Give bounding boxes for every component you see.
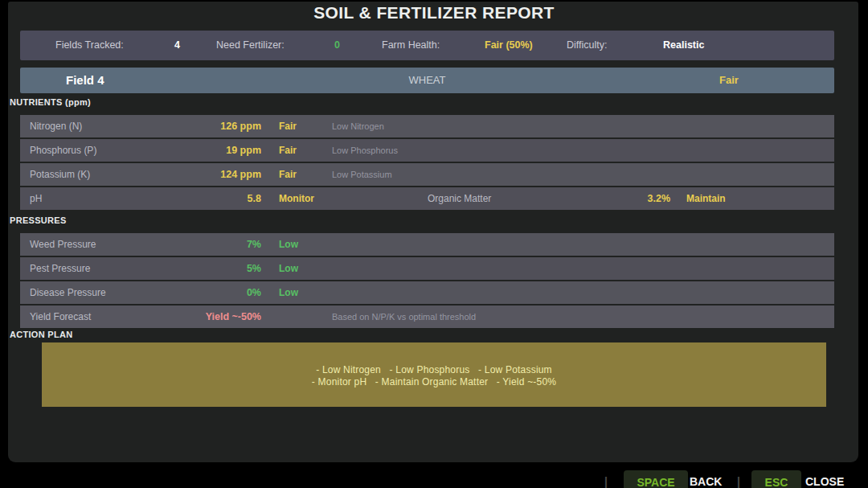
divider: | <box>604 470 608 488</box>
pressure-label: Disease Pressure <box>30 281 106 304</box>
nutrient-desc: Low Nitrogen <box>332 115 384 137</box>
nutrient-row-nitrogen: Nitrogen (N) 126 ppm Fair Low Nitrogen <box>20 115 834 137</box>
difficulty-value: Realistic <box>663 31 704 60</box>
pressure-status: Low <box>279 281 298 304</box>
action-plan-line-2: - Monitor pH - Maintain Organic Matter -… <box>42 376 826 388</box>
need-fertilizer-value: 0 <box>334 31 340 60</box>
action-plan-box: - Low Nitrogen - Low Phosphorus - Low Po… <box>42 342 826 407</box>
fields-tracked-value: 4 <box>174 31 180 60</box>
nutrient-row-ph: pH 5.8 Monitor Organic Matter 3.2% Maint… <box>20 187 834 210</box>
farm-health-label: Farm Health: <box>382 31 440 60</box>
field-crop: WHEAT <box>20 68 834 93</box>
need-fertilizer-label: Need Fertilizer: <box>216 31 285 60</box>
nutrient-label: Phosphorus (P) <box>30 139 96 162</box>
nutrient-status: Monitor <box>279 187 314 210</box>
close-action-label[interactable]: CLOSE <box>805 470 844 488</box>
pressure-label: Weed Pressure <box>30 233 96 256</box>
organic-matter-status: Maintain <box>686 187 726 210</box>
nutrient-value: 19 ppm <box>141 139 261 162</box>
pressure-status: Low <box>279 233 298 256</box>
nutrient-status: Fair <box>279 139 297 162</box>
nutrient-value: 5.8 <box>141 187 261 210</box>
pressure-status: Low <box>279 257 298 280</box>
yield-forecast-row: Yield Forecast Yield ~-50% Based on N/P/… <box>20 306 834 328</box>
pressure-row-weed: Weed Pressure 7% Low <box>20 233 834 256</box>
nutrient-status: Fair <box>279 163 297 186</box>
back-action-label[interactable]: BACK <box>690 470 722 488</box>
nutrient-desc: Low Phosphorus <box>332 139 398 162</box>
pressure-row-pest: Pest Pressure 5% Low <box>20 257 834 280</box>
nutrients-section-label: NUTRIENTS (ppm) <box>10 97 91 107</box>
nutrient-row-potassium: Potassium (K) 124 ppm Fair Low Potassium <box>20 163 834 186</box>
nutrient-label: pH <box>30 187 42 210</box>
space-key-button[interactable]: SPACE <box>624 470 688 488</box>
nutrient-status: Fair <box>279 115 297 137</box>
esc-key-button[interactable]: ESC <box>751 470 801 488</box>
pressures-section-label: PRESSURES <box>10 215 67 225</box>
pressure-value: 5% <box>141 257 261 280</box>
action-plan-line-1: - Low Nitrogen - Low Phosphorus - Low Po… <box>42 364 826 376</box>
organic-matter-label: Organic Matter <box>428 187 491 210</box>
pressure-value: 0% <box>141 281 261 304</box>
nutrient-label: Potassium (K) <box>30 163 90 186</box>
field-status-badge: Fair <box>719 68 739 93</box>
divider: | <box>737 470 740 488</box>
yield-forecast-value: Yield ~-50% <box>141 306 261 328</box>
farm-health-value: Fair (50%) <box>485 31 533 60</box>
pressure-row-disease: Disease Pressure 0% Low <box>20 281 834 304</box>
action-plan-section-label: ACTION PLAN <box>10 330 72 339</box>
yield-forecast-label: Yield Forecast <box>30 306 91 328</box>
pressure-label: Pest Pressure <box>30 257 90 280</box>
nutrient-value: 124 ppm <box>141 163 261 186</box>
page-title: SOIL & FERTILIZER REPORT <box>0 3 868 23</box>
fields-tracked-label: Fields Tracked: <box>55 31 124 60</box>
nutrient-value: 126 ppm <box>141 115 261 137</box>
pressure-value: 7% <box>141 233 261 256</box>
difficulty-label: Difficulty: <box>567 31 607 60</box>
organic-matter-value: 3.2% <box>590 187 670 210</box>
summary-stats-bar: Fields Tracked: 4 Need Fertilizer: 0 Far… <box>20 31 834 60</box>
yield-forecast-desc: Based on N/P/K vs optimal threshold <box>332 306 476 328</box>
field-header-row: Field 4 WHEAT Fair <box>20 68 834 93</box>
nutrient-desc: Low Potassium <box>332 163 392 186</box>
nutrient-row-phosphorus: Phosphorus (P) 19 ppm Fair Low Phosphoru… <box>20 139 834 162</box>
nutrient-label: Nitrogen (N) <box>30 115 82 137</box>
